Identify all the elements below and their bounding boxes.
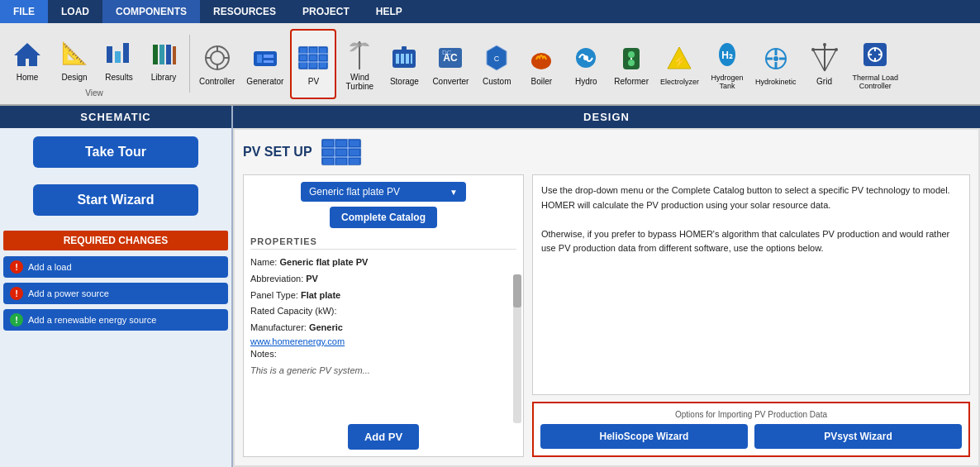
electrolyzer-button[interactable]: ⚡ Electrolyzer [655,29,704,99]
boiler-button[interactable]: Boiler [520,29,563,99]
schematic-header: SCHEMATIC [0,106,231,128]
svg-rect-87 [336,159,346,164]
prop-name: Name: Generic flat plate PV [250,255,516,271]
svg-point-68 [835,48,838,51]
add-renewable-item[interactable]: ! Add a renewable energy source [3,309,228,331]
svg-rect-82 [350,141,359,146]
reformer-button[interactable]: Reformer [609,29,654,99]
info-text-1: Use the drop-down menu or the Complete C… [541,183,961,212]
svg-rect-38 [406,54,409,64]
take-tour-button[interactable]: Take Tour [33,136,198,168]
grid-button[interactable]: Grid [803,29,846,99]
custom-icon: C [480,41,513,74]
svg-rect-24 [310,48,316,53]
pvsyst-wizard-button[interactable]: PVsyst Wizard [754,424,962,449]
menu-help[interactable]: HELP [363,0,416,23]
wind-turbine-button[interactable]: WindTurbine [338,29,381,99]
svg-point-9 [211,51,224,64]
complete-catalog-button[interactable]: Complete Catalog [330,207,437,228]
prop-notes-text: This is a generic PV system... [250,363,516,379]
svg-rect-15 [257,55,262,63]
view-group: Home 📐 Design Results [3,31,185,98]
pv-setup-title: PV SET UP [243,145,312,160]
controller-button[interactable]: Controller [194,29,240,99]
prop-manufacturer: Manufacturer: Generic [250,320,516,336]
required-changes-header: REQUIRED CHANGES [3,231,228,250]
scrollbar[interactable] [513,274,521,423]
hydrogen-tank-icon: H₂ [711,38,744,71]
svg-rect-31 [320,63,326,68]
add-load-item[interactable]: ! Add a load [3,256,228,278]
add-power-source-item[interactable]: ! Add a power source [3,283,228,304]
svg-rect-1 [107,46,112,63]
svg-rect-36 [396,54,399,64]
menu-file[interactable]: FILE [0,0,48,23]
boiler-label: Boiler [531,77,553,86]
import-buttons: HelioScope Wizard PVsyst Wizard [540,424,962,449]
prop-notes: Notes: [250,346,516,363]
svg-rect-86 [323,159,333,164]
hydrogen-tank-button[interactable]: H₂ HydrogenTank [706,29,749,99]
svg-rect-80 [323,141,333,146]
svg-rect-84 [336,150,346,155]
custom-button[interactable]: C Custom [475,29,518,99]
add-load-icon: ! [10,260,23,274]
svg-text:C: C [494,55,500,63]
add-pv-button[interactable]: Add PV [348,424,419,450]
converter-button[interactable]: AC DC Converter [427,29,473,99]
svg-rect-83 [323,150,333,155]
svg-rect-17 [264,60,274,63]
svg-rect-85 [350,150,359,155]
svg-rect-35 [402,46,407,50]
electrolyzer-label: Electrolyzer [660,78,699,86]
home-button[interactable]: Home [3,31,51,88]
prop-link[interactable]: www.homerenergy.com [250,336,516,346]
thermal-load-label: Thermal LoadController [853,74,899,90]
results-button[interactable]: Results [98,31,140,88]
svg-rect-88 [350,159,359,164]
info-box: Use the drop-down menu or the Complete C… [532,174,970,395]
svg-point-67 [811,48,815,51]
generator-icon [249,41,282,74]
design-area: DESIGN PV SET UP [233,106,980,467]
library-button[interactable]: Library [142,31,185,88]
dropdown-arrow-icon: ▼ [450,188,458,197]
svg-line-65 [825,50,836,71]
pv-label: PV [308,77,319,86]
reformer-icon [615,41,648,74]
prop-abbr-value: PV [306,274,318,284]
pv-dropdown[interactable]: Generic flat plate PV ▼ [301,182,466,202]
hydro-icon [569,41,602,74]
add-load-label: Add a load [28,262,72,272]
hydro-button[interactable]: Hydro [564,29,607,99]
hydrokinetic-label: Hydrokinetic [755,78,797,86]
import-section: Options for Importing PV Production Data… [532,402,970,457]
design-button[interactable]: 📐 Design [53,31,96,88]
svg-rect-5 [159,45,164,64]
menu-resources[interactable]: RESOURCES [200,0,289,23]
menu-components[interactable]: COMPONENTS [102,0,200,23]
helioscope-wizard-button[interactable]: HelioScope Wizard [540,424,748,449]
add-renewable-label: Add a renewable energy source [28,315,156,325]
svg-rect-16 [264,55,274,58]
generator-button[interactable]: Generator [241,29,288,99]
results-icon [102,37,136,70]
menu-project[interactable]: PROJECT [289,0,363,23]
svg-rect-81 [336,141,346,146]
pv-icon [297,41,330,74]
prop-abbreviation: Abbreviation: PV [250,271,516,288]
menu-load[interactable]: LOAD [48,0,102,23]
design-content: PV SET UP [233,128,980,467]
pv-button[interactable]: PV [290,29,336,99]
controller-label: Controller [199,77,235,86]
svg-rect-25 [320,48,326,53]
storage-button[interactable]: Storage [383,29,426,99]
svg-rect-37 [401,54,404,64]
thermal-load-controller-button[interactable]: Thermal LoadController [848,29,904,99]
svg-point-47 [583,55,588,60]
svg-rect-3 [123,43,129,63]
start-wizard-button[interactable]: Start Wizard [33,184,198,216]
prop-panel-type-value: Flat plate [301,290,340,300]
results-label: Results [105,73,132,82]
hydrokinetic-button[interactable]: Hydrokinetic [750,29,802,99]
